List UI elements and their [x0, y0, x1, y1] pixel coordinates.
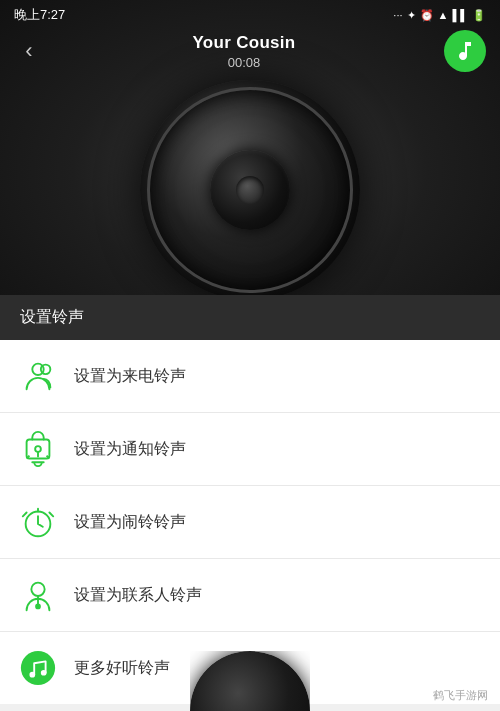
speaker-core — [236, 176, 264, 204]
status-icons: ··· ✦ ⏰ ▲ ▌▌ 🔋 — [393, 9, 486, 22]
menu-items-list: 设置为来电铃声 设置为通知铃声 — [0, 340, 500, 704]
header-center: Your Cousin 00:08 — [44, 33, 444, 70]
music-app-button[interactable] — [444, 30, 486, 72]
menu-item-alarm-label: 设置为闹铃铃声 — [74, 512, 186, 533]
contact-icon — [16, 573, 60, 617]
menu-item-more-label: 更多好听铃声 — [74, 658, 170, 679]
battery-icon: 🔋 — [472, 9, 486, 22]
header: ‹ Your Cousin 00:08 — [0, 22, 500, 80]
music-green-icon — [19, 649, 57, 687]
menu-item-notification-label: 设置为通知铃声 — [74, 439, 186, 460]
speaker-outer-ring — [140, 80, 360, 300]
music-more-icon — [16, 646, 60, 690]
svg-point-10 — [41, 670, 47, 676]
svg-point-1 — [41, 365, 51, 375]
cellular-icon: ▌▌ — [452, 9, 468, 21]
speaker-visualization — [140, 80, 360, 300]
song-time: 00:08 — [228, 55, 261, 70]
people-icon — [16, 354, 60, 398]
speaker-graphic — [140, 80, 360, 300]
alarm-status-icon: ⏰ — [420, 9, 434, 22]
alarm-icon — [16, 500, 60, 544]
menu-item-contact-label: 设置为联系人铃声 — [74, 585, 202, 606]
menu-header: 设置铃声 — [0, 295, 500, 340]
music-note-header-icon — [453, 39, 477, 63]
watermark: 鹤飞手游网 — [433, 688, 488, 703]
svg-point-7 — [36, 605, 40, 609]
wifi-icon: ▲ — [438, 9, 449, 21]
svg-point-9 — [29, 672, 35, 678]
menu-panel: 设置铃声 设置为来电铃声 — [0, 295, 500, 711]
menu-item-ringtone-label: 设置为来电铃声 — [74, 366, 186, 387]
menu-item-notification[interactable]: 设置为通知铃声 — [0, 413, 500, 486]
svg-point-5 — [31, 583, 44, 596]
menu-item-contact[interactable]: 设置为联系人铃声 — [0, 559, 500, 632]
notification-icon — [16, 427, 60, 471]
menu-item-alarm[interactable]: 设置为闹铃铃声 — [0, 486, 500, 559]
menu-item-more[interactable]: 更多好听铃声 — [0, 632, 500, 704]
bluetooth-icon: ✦ — [407, 9, 416, 22]
signal-dots-icon: ··· — [393, 9, 402, 21]
menu-item-ringtone[interactable]: 设置为来电铃声 — [0, 340, 500, 413]
svg-point-8 — [21, 651, 55, 685]
song-title: Your Cousin — [192, 33, 295, 53]
back-button[interactable]: ‹ — [14, 38, 44, 64]
menu-title: 设置铃声 — [20, 308, 84, 325]
speaker-inner-ring — [210, 150, 290, 230]
